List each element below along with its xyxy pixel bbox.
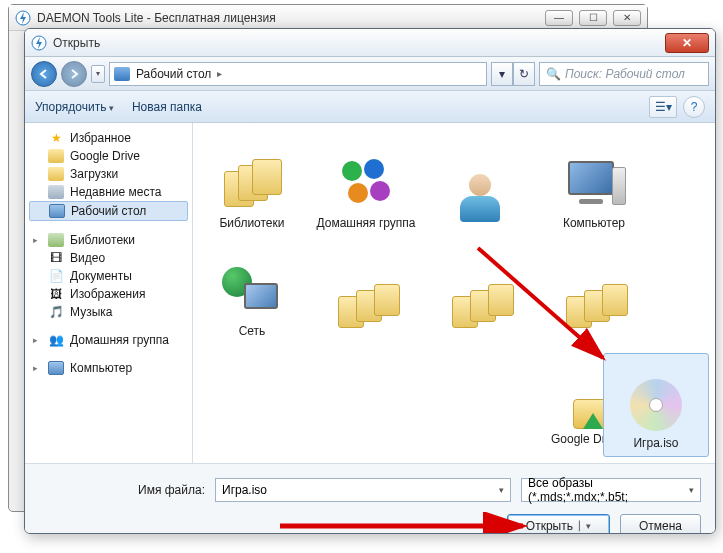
tree-label: Видео — [70, 251, 105, 265]
arrow-left-icon — [39, 69, 49, 79]
desktop-icon — [114, 67, 130, 81]
user-big-icon — [448, 170, 512, 226]
arrow-right-icon — [69, 69, 79, 79]
parent-minimize-button[interactable]: — — [545, 10, 573, 26]
file-filter-dropdown[interactable]: Все образы (*.mds;*.mdx;*.b5t; ▾ — [521, 478, 701, 502]
computer-big-icon — [562, 157, 626, 213]
filename-input[interactable]: Игра.iso ▾ — [215, 478, 511, 502]
parent-title-text: DAEMON Tools Lite - Бесплатная лицензия — [37, 11, 276, 25]
breadcrumb-location: Рабочий стол — [136, 67, 211, 81]
breadcrumb[interactable]: Рабочий стол ▸ — [109, 62, 487, 86]
tree-label: Компьютер — [70, 361, 132, 375]
computer-header[interactable]: ▸Компьютер — [29, 359, 188, 377]
filter-value: Все образы (*.mds;*.mdx;*.b5t; — [528, 476, 689, 504]
homegroup-header[interactable]: ▸👥Домашняя группа — [29, 331, 188, 349]
app-lightning-icon — [15, 10, 31, 26]
video-library-icon: 🎞 — [48, 251, 64, 265]
nav-forward-button[interactable] — [61, 61, 87, 87]
file-item-folder[interactable] — [313, 241, 419, 345]
file-item-user[interactable] — [427, 133, 533, 237]
homegroup-icon: 👥 — [48, 333, 64, 347]
refresh-button[interactable]: ↻ — [513, 62, 535, 86]
disc-big-icon — [624, 377, 688, 433]
libraries-big-icon — [220, 157, 284, 213]
sidebar-item-music[interactable]: 🎵Музыка — [29, 303, 188, 321]
dialog-titlebar: Открыть ✕ — [25, 29, 715, 57]
search-input[interactable]: 🔍 Поиск: Рабочий стол — [539, 62, 709, 86]
computer-icon — [48, 361, 64, 375]
tree-label: Музыка — [70, 305, 112, 319]
chevron-down-icon: ▾ — [689, 485, 694, 495]
file-item-folder[interactable] — [541, 241, 647, 345]
file-item-iso[interactable]: Игра.iso — [603, 353, 709, 457]
help-button[interactable]: ? — [683, 96, 705, 118]
view-options-button[interactable]: ☰▾ — [649, 96, 677, 118]
sidebar-item-pictures[interactable]: 🖼Изображения — [29, 285, 188, 303]
tree-label: Изображения — [70, 287, 145, 301]
parent-maximize-button[interactable]: ☐ — [579, 10, 607, 26]
filename-label: Имя файла: — [125, 483, 205, 497]
file-item-computer[interactable]: Компьютер — [541, 133, 647, 237]
parent-close-button[interactable]: ✕ — [613, 10, 641, 26]
tree-label: Google Drive — [70, 149, 140, 163]
nav-history-dropdown[interactable]: ▾ — [91, 65, 105, 83]
navigation-tree: ★ Избранное Google Drive Загрузки Недавн… — [25, 123, 193, 463]
chevron-down-icon: ▾ — [499, 485, 504, 495]
file-item-homegroup[interactable]: Домашняя группа — [313, 133, 419, 237]
documents-library-icon: 📄 — [48, 269, 64, 283]
file-list: Библиотеки Домашняя группа Компьютер Сет… — [193, 123, 715, 463]
file-item-folder[interactable] — [427, 241, 533, 345]
tree-label: Рабочий стол — [71, 204, 146, 218]
homegroup-big-icon — [334, 157, 398, 213]
recent-places-icon — [48, 185, 64, 199]
toolbar: Упорядочить Новая папка ☰▾ ? — [25, 91, 715, 123]
star-icon: ★ — [48, 131, 64, 145]
chevron-right-icon: ▸ — [217, 68, 222, 79]
dialog-close-button[interactable]: ✕ — [665, 33, 709, 53]
open-file-dialog: Открыть ✕ ▾ Рабочий стол ▸ ▾ ↻ 🔍 Поиск: … — [24, 28, 716, 534]
tree-label: Библиотеки — [70, 233, 135, 247]
tree-label: Документы — [70, 269, 132, 283]
sidebar-item-google-drive[interactable]: Google Drive — [29, 147, 188, 165]
folder-icon — [48, 149, 64, 163]
tree-label: Избранное — [70, 131, 131, 145]
navigation-bar: ▾ Рабочий стол ▸ ▾ ↻ 🔍 Поиск: Рабочий ст… — [25, 57, 715, 91]
tree-label: Домашняя группа — [70, 333, 169, 347]
network-big-icon — [220, 265, 284, 321]
folder-icon — [48, 167, 64, 181]
sidebar-item-documents[interactable]: 📄Документы — [29, 267, 188, 285]
expander-icon: ▸ — [33, 235, 42, 245]
tree-label: Загрузки — [70, 167, 118, 181]
breadcrumb-dropdown-button[interactable]: ▾ — [491, 62, 513, 86]
file-item-network[interactable]: Сеть — [199, 241, 305, 345]
sidebar-item-video[interactable]: 🎞Видео — [29, 249, 188, 267]
desktop-icon — [49, 204, 65, 218]
folders-big-icon — [562, 278, 626, 334]
pictures-library-icon: 🖼 — [48, 287, 64, 301]
dialog-footer: Имя файла: Игра.iso ▾ Все образы (*.mds;… — [25, 463, 715, 534]
file-item-libraries[interactable]: Библиотеки — [199, 133, 305, 237]
sidebar-item-downloads[interactable]: Загрузки — [29, 165, 188, 183]
nav-back-button[interactable] — [31, 61, 57, 87]
search-placeholder: Поиск: Рабочий стол — [565, 67, 685, 81]
sidebar-item-recent[interactable]: Недавние места — [29, 183, 188, 201]
dialog-title-text: Открыть — [53, 36, 100, 50]
cancel-button[interactable]: Отмена — [620, 514, 701, 534]
chevron-down-icon: ▏▾ — [579, 521, 591, 531]
favorites-header[interactable]: ★ Избранное — [29, 129, 188, 147]
music-library-icon: 🎵 — [48, 305, 64, 319]
filename-value: Игра.iso — [222, 483, 267, 497]
sidebar-item-desktop[interactable]: Рабочий стол — [29, 201, 188, 221]
annotation-arrow-icon — [275, 512, 535, 534]
new-folder-button[interactable]: Новая папка — [132, 100, 202, 114]
search-icon: 🔍 — [546, 67, 561, 81]
organize-menu[interactable]: Упорядочить — [35, 100, 114, 114]
tree-label: Недавние места — [70, 185, 161, 199]
folders-big-icon — [448, 278, 512, 334]
dialog-lightning-icon — [31, 35, 47, 51]
open-button[interactable]: Открыть▏▾ — [507, 514, 610, 534]
folders-big-icon — [334, 278, 398, 334]
libraries-icon — [48, 233, 64, 247]
libraries-header[interactable]: ▸ Библиотеки — [29, 231, 188, 249]
